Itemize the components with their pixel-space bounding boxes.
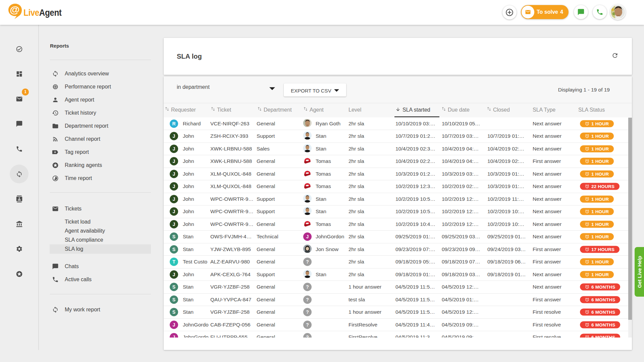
svg-text:@: @	[10, 4, 19, 15]
